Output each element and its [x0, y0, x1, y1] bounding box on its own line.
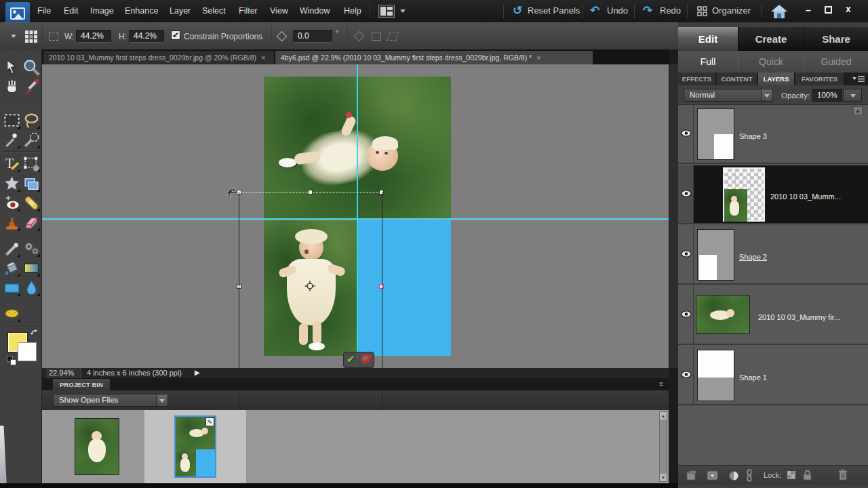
commit-check-icon[interactable]: ✔ — [347, 353, 355, 365]
zoom-tool[interactable] — [22, 58, 41, 77]
layer-name[interactable]: Shape 3 — [739, 132, 767, 140]
menu-filter[interactable]: Filter — [239, 6, 258, 16]
status-expand-icon[interactable]: ▶ — [195, 369, 200, 376]
transform-handle-topcenter[interactable] — [308, 190, 313, 195]
layer-name[interactable]: 2010 10 03_Mumm... — [770, 192, 841, 201]
cookie-cutter-tool[interactable] — [3, 174, 21, 192]
bin-scroll-up-icon[interactable]: ▲ — [660, 412, 667, 420]
canvas-scrollbar[interactable] — [669, 64, 678, 368]
undo-button[interactable]: Undo — [607, 5, 628, 16]
canvas-area[interactable]: ✔ — [42, 64, 669, 368]
panel-menu-icon[interactable] — [852, 75, 865, 83]
menu-view[interactable]: View — [270, 6, 288, 16]
cyan-shape-layer[interactable] — [357, 218, 451, 356]
bin-scrollbar[interactable]: ▲ ▼ — [659, 411, 667, 482]
tab-share[interactable]: Share — [804, 27, 868, 51]
opacity-input[interactable]: 100% — [812, 89, 842, 102]
menu-image[interactable]: Image — [90, 6, 114, 16]
dropdown-button[interactable] — [156, 394, 167, 406]
cancel-icon[interactable] — [361, 354, 370, 363]
project-bin-tab[interactable]: PROJECT BIN — [53, 379, 110, 390]
lasso-tool[interactable] — [22, 111, 41, 129]
dropdown-button[interactable] — [761, 89, 772, 101]
detail-smart-brush-tool[interactable] — [22, 239, 41, 258]
layer-row[interactable]: Shape 3 — [678, 105, 868, 164]
layer-thumbnail[interactable] — [697, 350, 734, 401]
opacity-dropdown-button[interactable] — [843, 89, 862, 102]
layer-thumbnail[interactable] — [697, 108, 734, 160]
menu-window[interactable]: Window — [300, 6, 330, 16]
visibility-toggle[interactable] — [678, 226, 694, 283]
eyedropper-tool[interactable] — [22, 78, 41, 96]
redo-button[interactable]: Redo — [660, 5, 681, 16]
show-open-files-dropdown[interactable]: Show Open Files — [53, 394, 168, 407]
visibility-toggle[interactable] — [678, 165, 694, 223]
background-color-swatch[interactable] — [18, 342, 37, 361]
menu-file[interactable]: File — [37, 6, 51, 16]
lock-transparency-icon[interactable] — [787, 470, 796, 480]
tab-favorites[interactable]: FAVORITES — [795, 73, 844, 85]
mode-quick[interactable]: Quick — [738, 51, 804, 73]
reset-panels-icon[interactable]: ↺ — [513, 3, 522, 18]
new-layer-icon[interactable] — [686, 470, 697, 481]
layer-name[interactable]: Shape 2 — [739, 253, 767, 261]
type-tool[interactable]: T — [3, 155, 21, 173]
eraser-tool[interactable] — [22, 214, 41, 232]
menu-help[interactable]: Help — [344, 6, 361, 16]
tab-create[interactable]: Create — [738, 27, 804, 51]
quick-selection-tool[interactable] — [22, 131, 41, 149]
tool-options-collapse-icon[interactable] — [11, 35, 16, 38]
layer-thumbnail[interactable] — [723, 167, 765, 222]
blur-tool[interactable] — [22, 279, 41, 297]
delete-layer-icon[interactable] — [838, 469, 848, 481]
tab-edit[interactable]: Edit — [678, 27, 738, 51]
document-tab-inactive[interactable]: 2010 10 03_Mummy first steps dress_0029b… — [43, 51, 274, 64]
tab-effects[interactable]: EFFECTS — [678, 73, 716, 85]
layer-row[interactable]: 2010 10 03_Mummy fir... — [678, 286, 868, 345]
constrain-checkbox[interactable]: ✔ — [171, 30, 180, 40]
minimize-button[interactable]: – — [806, 5, 811, 16]
redo-icon[interactable]: ↷ — [643, 3, 652, 18]
angle-input[interactable]: 0.0 — [293, 30, 332, 43]
tab-layers[interactable]: LAYERS — [758, 73, 795, 85]
undo-icon[interactable]: ↶ — [590, 3, 599, 18]
layer-name[interactable]: 2010 10 03_Mummy fir... — [758, 313, 840, 321]
move-tool[interactable] — [3, 58, 21, 77]
close-button[interactable]: x — [846, 3, 851, 14]
visibility-toggle[interactable] — [678, 286, 694, 344]
height-input[interactable]: 44.2% — [129, 30, 164, 43]
layer-name[interactable]: Shape 1 — [739, 373, 767, 382]
gradient-tool[interactable] — [22, 259, 41, 277]
card-tool[interactable] — [22, 174, 41, 192]
layer-row[interactable]: Shape 1 — [678, 346, 868, 405]
clone-stamp-tool[interactable] — [3, 214, 21, 232]
layer-thumbnail[interactable] — [697, 229, 734, 281]
mode-full[interactable]: Full — [678, 51, 738, 73]
visibility-toggle[interactable] — [678, 346, 694, 404]
organizer-button[interactable]: Organizer — [712, 5, 751, 16]
layer-row[interactable]: Shape 2 — [678, 226, 868, 285]
swap-colors-icon[interactable] — [30, 329, 39, 338]
constrain-label[interactable]: Constrain Proportions — [184, 32, 262, 41]
bin-thumbnail-photo[interactable] — [75, 418, 119, 475]
layers-scroll-up-icon[interactable]: ▲ — [853, 106, 863, 115]
arrange-layout-icon[interactable] — [378, 5, 395, 18]
visibility-toggle[interactable] — [678, 105, 694, 163]
menu-edit[interactable]: Edit — [64, 6, 79, 16]
smart-brush-tool[interactable] — [3, 239, 21, 258]
width-input[interactable]: 44.2% — [76, 30, 111, 43]
tab-content[interactable]: CONTENT — [717, 73, 757, 85]
shape-tool[interactable] — [3, 279, 21, 297]
new-group-icon[interactable] — [707, 470, 718, 481]
maximize-button[interactable] — [825, 6, 832, 14]
adjustment-layer-icon[interactable] — [728, 470, 739, 481]
magic-wand-tool[interactable] — [3, 131, 21, 149]
transform-tool[interactable] — [22, 155, 41, 173]
hand-tool[interactable] — [3, 78, 21, 96]
mode-guided[interactable]: Guided — [804, 51, 868, 73]
zoom-level-field[interactable]: 22.94% — [46, 368, 81, 378]
menu-enhance[interactable]: Enhance — [125, 6, 158, 16]
link-layers-icon[interactable] — [746, 469, 753, 482]
lock-all-icon[interactable] — [803, 470, 812, 481]
reset-panels-button[interactable]: Reset Panels — [528, 5, 580, 16]
